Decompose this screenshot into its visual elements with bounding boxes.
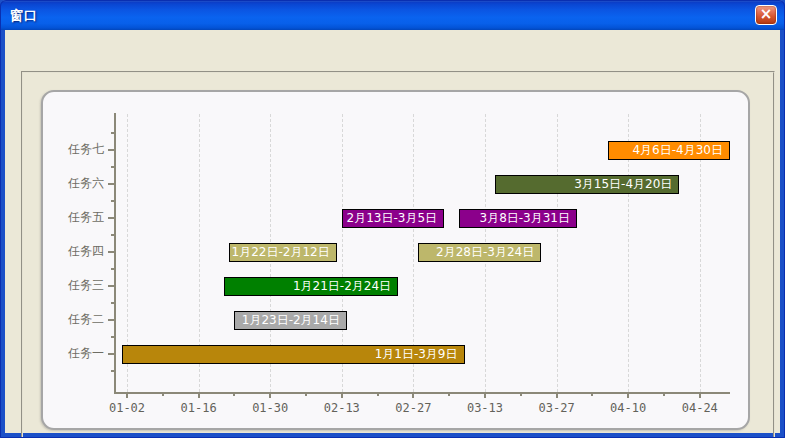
gantt-bar: 2月13日-3月5日 (342, 209, 444, 228)
title-bar[interactable]: 窗口 × (0, 0, 785, 30)
x-tick-label: 01-02 (104, 401, 150, 415)
row-label: 任务四 (42, 243, 104, 260)
x-tick-label: 02-27 (390, 401, 436, 415)
x-gridline (557, 114, 558, 392)
gantt-bar: 1月1日-3月9日 (122, 345, 465, 364)
row-label: 任务三 (42, 277, 104, 294)
window-content: 01-0201-1601-3002-1302-2703-1303-2704-10… (5, 30, 780, 433)
row-label: 任务六 (42, 175, 104, 192)
close-icon: × (760, 5, 773, 23)
gantt-bar: 3月8日-3月31日 (459, 209, 577, 228)
gantt-bar: 1月21日-2月24日 (224, 277, 398, 296)
x-tick-label: 03-27 (534, 401, 580, 415)
row-label: 任务七 (42, 141, 104, 158)
x-tick-label: 04-24 (677, 401, 723, 415)
gantt-bar: 2月28日-3月24日 (418, 243, 541, 262)
gantt-bar: 3月15日-4月20日 (495, 175, 679, 194)
close-button[interactable]: × (755, 5, 777, 25)
app-window: 窗口 × 01-0201-1601-3002-1302-2703-1303-27… (0, 0, 785, 438)
window-title: 窗口 (10, 7, 38, 25)
chart-panel: 01-0201-1601-3002-1302-2703-1303-2704-10… (41, 90, 750, 430)
x-tick-label: 02-13 (319, 401, 365, 415)
y-axis (114, 113, 116, 394)
x-tick-label: 04-10 (605, 401, 651, 415)
row-label: 任务二 (42, 311, 104, 328)
gantt-bar: 4月6日-4月30日 (608, 141, 730, 160)
x-tick-label: 01-30 (247, 401, 293, 415)
row-label: 任务五 (42, 209, 104, 226)
x-axis (114, 392, 730, 394)
gantt-chart: 01-0201-1601-3002-1302-2703-1303-2704-10… (43, 92, 748, 428)
row-label: 任务一 (42, 345, 104, 362)
gantt-bar: 1月22日-2月12日 (229, 243, 336, 262)
x-tick-label: 01-16 (176, 401, 222, 415)
x-tick-label: 03-13 (462, 401, 508, 415)
gantt-bar: 1月23日-2月14日 (234, 311, 347, 330)
